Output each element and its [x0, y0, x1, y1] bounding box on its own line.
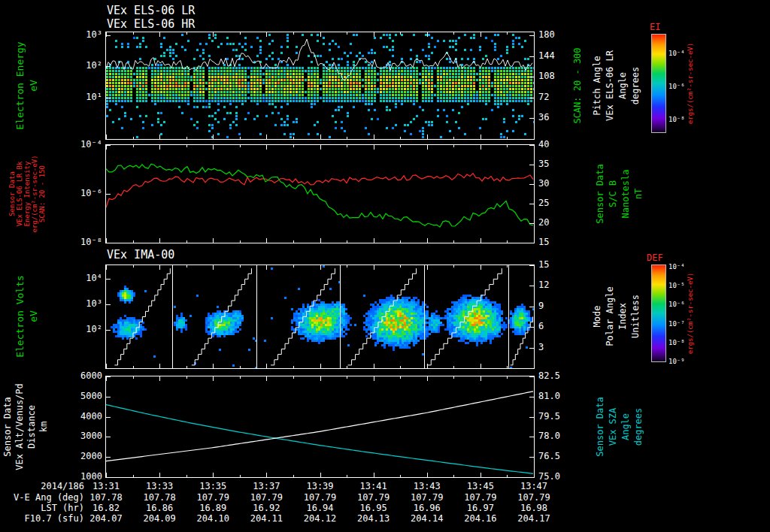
time-tick-label: 13:45	[458, 481, 503, 491]
ima-colorbar-tick: 10⁻⁴	[668, 263, 685, 271]
bottom-row-value: 107.78	[137, 492, 182, 503]
panel3-right-axis-title: Polar Angle	[605, 286, 615, 346]
plot-title-els-hr: VEx ELS-06 HR	[107, 17, 195, 31]
ima-colorbar-tick: 10⁻⁸	[668, 339, 685, 346]
time-tick-label: 13:41	[351, 481, 396, 491]
panel4-right-tick: 79.5	[538, 412, 573, 421]
panel3-right-axis-title: Unitless	[631, 295, 641, 338]
panel3-right-tick: 3	[538, 343, 573, 352]
panel2-y-tick: 10⁻⁸	[71, 237, 102, 246]
panel4-y-axis-title: km	[39, 422, 49, 432]
bottom-row-value: 16.89	[190, 503, 235, 513]
bottom-row-value: 204.09	[137, 513, 182, 524]
panel4-right-tick: 81.0	[538, 391, 573, 401]
panel3-y-tick: 10²	[71, 325, 102, 334]
els-colorbar-title: EI	[650, 22, 660, 32]
panel4-right-axis-title: VEx SZA	[608, 408, 618, 446]
time-tick-label: 13:39	[298, 481, 343, 491]
panel4-right-axis-title: Sensor Data	[596, 397, 605, 456]
time-tick-label: 13:37	[244, 481, 289, 491]
ima-colorbar-tick: 10⁻⁷	[668, 320, 685, 328]
panel2-right-axis-title: Nanotesla	[621, 169, 631, 218]
ima-colorbar	[651, 264, 666, 362]
time-tick-label: 13:43	[405, 481, 450, 491]
bottom-row-value: 16.97	[458, 503, 503, 513]
bottom-row-value: 204.17	[511, 513, 556, 524]
bottom-row-value: 107.79	[351, 492, 396, 503]
panel3-y-axis-title: eV	[29, 310, 39, 322]
bottom-row-value: 107.79	[298, 492, 343, 503]
panel1-right-axis-title: VEx ELS-06 LR	[605, 50, 615, 121]
vex-orbit-data-plot: VEx ELS-06 LR VEx ELS-06 HR VEx IMA-00 E…	[0, 0, 770, 532]
panel4-right-tick: 75.0	[538, 472, 573, 481]
panel4-right-tick: 82.5	[538, 371, 573, 380]
panel3-right-tick: 6	[538, 322, 573, 331]
panel2-right-axis-title: Sensor Data	[596, 164, 605, 223]
intensity-bfield-panel	[105, 144, 535, 243]
panel3-y-tick: 10⁴	[71, 274, 102, 283]
panel4-y-tick: 1000	[71, 472, 102, 481]
time-tick-label: 13:33	[137, 481, 182, 491]
panel2-y-axis-title: SCAN: 20 - 150	[39, 165, 47, 222]
bottom-row-value: 204.10	[190, 513, 235, 524]
bottom-row-value: 16.94	[298, 503, 343, 513]
panel4-right-tick: 78.0	[538, 431, 573, 440]
ima-spectrogram-panel	[105, 264, 535, 369]
panel3-right-axis-title: Mode	[593, 306, 602, 328]
panel3-y-tick: 10³	[71, 299, 102, 308]
bottom-row-value: 16.98	[511, 503, 556, 513]
time-tick-label: 13:31	[83, 481, 129, 491]
bottom-row-label: V-E Ang (deg)	[0, 492, 84, 503]
panel1-scan-range-label: SCAN: 20 - 300	[573, 47, 583, 123]
els-spectrogram-panel	[105, 32, 535, 140]
bottom-row-value: 107.79	[190, 492, 235, 503]
els-spectrogram-canvas	[106, 32, 534, 139]
bottom-row-value: 107.79	[458, 492, 503, 503]
panel2-y-tick: 10⁻⁴	[71, 140, 102, 149]
panel1-right-tick: 36	[538, 113, 573, 122]
panel1-right-axis-title: Pitch Angle	[593, 56, 602, 115]
panel1-right-tick: 72	[538, 92, 573, 101]
panel1-y-tick: 10³	[71, 30, 102, 39]
bottom-row-value: 107.79	[511, 492, 556, 503]
bottom-row-value: 107.78	[83, 492, 129, 503]
panel2-right-tick: 35	[538, 159, 573, 168]
bottom-row-label: LST (hr)	[0, 503, 84, 513]
bottom-row-value: 16.86	[137, 503, 182, 513]
panel1-right-tick: 180	[538, 30, 573, 39]
time-tick-label: 13:47	[511, 481, 556, 491]
panel1-right-axis-title: Angle	[618, 72, 628, 99]
els-colorbar	[651, 34, 666, 133]
time-tick-label: 13:35	[190, 481, 235, 491]
bottom-row-value: 107.79	[405, 492, 450, 503]
panel2-right-axis-title: nT	[634, 189, 644, 199]
bottom-row-label: F10.7 (sfu)	[0, 513, 84, 524]
els-colorbar-tick: 10⁻⁸	[668, 116, 685, 123]
panel1-right-tick: 144	[538, 51, 573, 60]
bottom-row-value: 16.92	[244, 503, 289, 513]
panel4-right-axis-title: degrees	[634, 408, 644, 446]
panel4-y-tick: 6000	[71, 371, 102, 380]
panel4-y-axis-title: Sensor Data	[3, 397, 13, 456]
bottom-row-value: 204.07	[83, 513, 129, 524]
panel4-y-tick: 2000	[71, 452, 102, 461]
plot-title-ima: VEx IMA-00	[107, 248, 174, 261]
plot-title-els-lr: VEx ELS-06 LR	[107, 4, 195, 17]
panel3-right-tick: 15	[538, 260, 573, 269]
altitude-sza-panel	[105, 376, 535, 478]
panel2-right-tick: 30	[538, 179, 573, 188]
panel3-right-tick: 9	[538, 301, 573, 310]
intensity-bfield-canvas	[106, 145, 534, 243]
els-colorbar-units: ergs/(cm²-sr-sec-eV)	[687, 43, 695, 124]
bottom-row-value: 204.11	[244, 513, 289, 524]
panel3-right-axis-title: Index	[618, 303, 628, 330]
bottom-row-value: 204.16	[458, 513, 503, 524]
panel2-right-tick: 15	[538, 237, 573, 246]
ima-spectrogram-canvas	[106, 265, 534, 368]
panel1-y-tick: 10²	[71, 61, 102, 70]
panel2-right-tick: 20	[538, 218, 573, 227]
panel2-right-tick: 40	[538, 140, 573, 149]
bottom-row-value: 204.12	[298, 513, 343, 524]
altitude-sza-canvas	[106, 376, 534, 477]
panel2-right-axis-title: S/C B	[608, 180, 618, 207]
